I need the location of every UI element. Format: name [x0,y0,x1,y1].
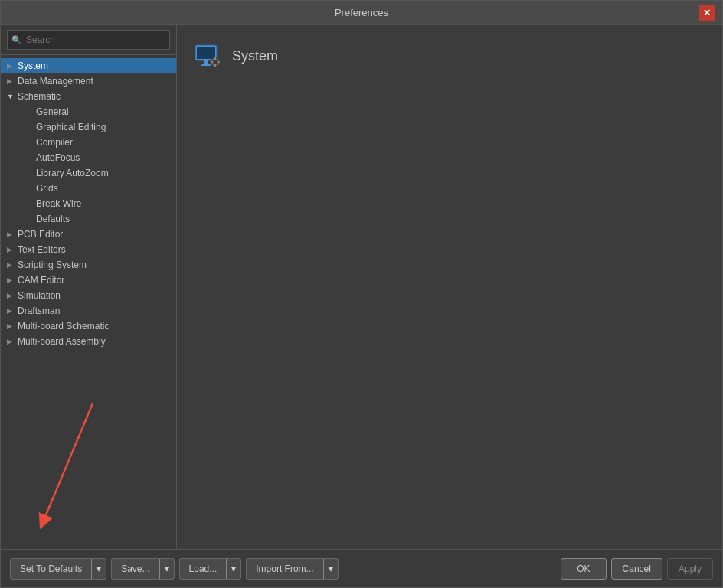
svg-rect-7 [214,64,216,67]
arrow-icon: ▼ [7,93,18,100]
sidebar-item-label: Library AutoZoom [36,168,109,178]
preferences-dialog: Preferences ✕ 🔍 ▶ System [0,0,723,588]
load-button[interactable]: Load... [179,558,227,580]
arrow-icon: ▶ [7,62,18,70]
arrow-icon: ▶ [7,261,18,269]
search-icon: 🔍 [11,35,22,45]
sidebar-item-cam-editor[interactable]: ▶ CAM Editor [1,273,176,288]
content-area: System [177,25,722,549]
arrow-icon: ▶ [7,307,18,315]
sidebar-item-compiler[interactable]: Compiler [1,135,176,150]
sidebar-item-label: System [18,60,48,71]
dialog-title: Preferences [24,7,699,18]
sidebar-item-label: Draftsman [18,305,60,316]
sidebar-item-label: AutoFocus [36,152,80,163]
save-arrow-button[interactable]: ▾ [159,558,175,580]
arrow-icon: ▶ [7,230,18,238]
svg-rect-8 [211,61,213,63]
save-group: Save... ▾ [111,558,174,580]
chevron-down-icon: ▾ [165,564,169,574]
sidebar-item-label: Grids [36,183,58,194]
sidebar-item-label: Simulation [18,290,61,301]
chevron-down-icon: ▾ [329,564,333,574]
sidebar-item-break-wire[interactable]: Break Wire [1,196,176,211]
import-from-group: Import From... ▾ [246,558,338,580]
search-box: 🔍 [1,25,176,55]
sidebar-item-text-editors[interactable]: ▶ Text Editors [1,242,176,257]
sidebar-item-label: Scripting System [18,260,87,270]
sidebar-item-multi-board-schematic[interactable]: ▶ Multi-board Schematic [1,318,176,334]
sidebar-item-scripting-system[interactable]: ▶ Scripting System [1,257,176,273]
sidebar-item-label: General [36,106,69,117]
chevron-down-icon: ▾ [97,564,101,574]
arrow-icon: ▶ [7,276,18,284]
svg-rect-9 [218,61,220,63]
arrow-icon: ▶ [7,338,18,345]
tree-area: ▶ System ▶ Data Management ▼ Schematic G… [1,55,176,549]
svg-rect-2 [204,60,208,64]
svg-rect-1 [197,47,215,59]
title-bar: Preferences ✕ [1,1,722,25]
sidebar-item-label: Defaults [36,214,70,224]
bottom-right-buttons: OK Cancel Apply [561,558,713,580]
sidebar-item-draftsman[interactable]: ▶ Draftsman [1,303,176,318]
arrow-icon: ▶ [7,246,18,253]
arrow-icon: ▶ [7,77,18,85]
content-title: System [232,48,278,64]
import-from-label: Import From... [256,564,313,574]
arrow-icon: ▶ [7,322,18,330]
sidebar: 🔍 ▶ System ▶ Data Management ▼ [1,25,177,549]
svg-point-5 [214,60,218,64]
sidebar-item-pcb-editor[interactable]: ▶ PCB Editor [1,227,176,242]
system-icon [192,41,223,71]
sidebar-item-multi-board-assembly[interactable]: ▶ Multi-board Assembly [1,334,176,349]
search-input[interactable] [7,30,170,50]
chevron-down-icon: ▾ [231,564,236,574]
sidebar-item-label: Multi-board Assembly [18,336,106,347]
set-to-defaults-group: Set To Defaults ▾ [10,558,106,580]
sidebar-item-label: Multi-board Schematic [18,321,109,332]
cancel-button[interactable]: Cancel [611,558,662,580]
sidebar-item-system[interactable]: ▶ System [1,58,176,74]
sidebar-item-label: Data Management [18,76,93,87]
system-svg-icon [194,42,221,70]
load-group: Load... ▾ [179,558,242,580]
set-to-defaults-button[interactable]: Set To Defaults [10,558,91,580]
load-label: Load... [189,564,218,574]
save-label: Save... [121,564,149,574]
apply-label: Apply [679,564,702,574]
sidebar-item-grids[interactable]: Grids [1,181,176,196]
set-to-defaults-arrow-button[interactable]: ▾ [91,558,106,580]
import-from-button[interactable]: Import From... [246,558,322,580]
close-icon: ✕ [703,8,711,18]
sidebar-item-data-management[interactable]: ▶ Data Management [1,74,176,89]
sidebar-item-simulation[interactable]: ▶ Simulation [1,288,176,303]
set-to-defaults-label: Set To Defaults [20,564,82,574]
sidebar-item-general[interactable]: General [1,104,176,119]
sidebar-item-label: Schematic [18,91,61,102]
main-area: 🔍 ▶ System ▶ Data Management ▼ [1,25,722,549]
load-arrow-button[interactable]: ▾ [226,558,241,580]
sidebar-item-graphical-editing[interactable]: Graphical Editing [1,119,176,135]
save-button[interactable]: Save... [111,558,159,580]
sidebar-item-label: Break Wire [36,198,81,209]
close-button[interactable]: ✕ [699,5,715,21]
sidebar-item-label: PCB Editor [18,229,63,240]
svg-rect-3 [201,64,211,66]
sidebar-item-label: Text Editors [18,244,66,255]
sidebar-item-label: CAM Editor [18,275,64,286]
cancel-label: Cancel [623,564,651,574]
sidebar-item-schematic[interactable]: ▼ Schematic [1,89,176,104]
ok-button[interactable]: OK [561,558,606,580]
import-from-arrow-button[interactable]: ▾ [323,558,339,580]
sidebar-item-label: Graphical Editing [36,122,106,132]
apply-button[interactable]: Apply [667,558,713,580]
sidebar-item-autofocus[interactable]: AutoFocus [1,150,176,165]
search-wrapper: 🔍 [7,30,170,50]
ok-label: OK [577,564,590,574]
svg-rect-6 [214,57,216,60]
content-header: System [192,41,707,71]
sidebar-item-library-autozoom[interactable]: Library AutoZoom [1,165,176,181]
sidebar-item-defaults[interactable]: Defaults [1,211,176,227]
bottom-bar: Set To Defaults ▾ Save... ▾ Load... ▾ [1,549,722,587]
